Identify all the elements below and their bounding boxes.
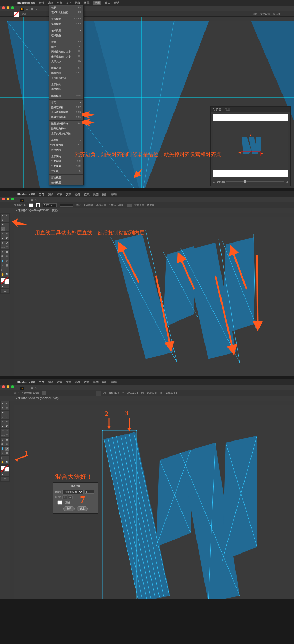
menu-item[interactable]: 放大⌘+ xyxy=(49,40,83,45)
menu-item[interactable]: 显示实时上色间隙 xyxy=(49,131,83,136)
color-swatch-2[interactable] xyxy=(1,278,9,284)
opt2-stroke-style[interactable]: 等比 xyxy=(76,204,81,207)
menu-type[interactable]: 文字 xyxy=(66,1,71,5)
opt2-round[interactable]: 2 点圆角 xyxy=(84,204,93,207)
menu-item[interactable]: 编辑视图... xyxy=(49,180,83,185)
m2-object[interactable]: 对象 xyxy=(57,192,62,196)
opt2-docsetup[interactable]: 文档设置 xyxy=(134,204,144,207)
tool-pencil[interactable]: ✐ xyxy=(5,232,9,236)
m2-view[interactable]: 视图 xyxy=(93,192,99,196)
sync-icon-2[interactable]: ↻ xyxy=(35,199,37,202)
t3-free[interactable]: ⬚ xyxy=(5,433,9,437)
t3-hand[interactable]: ✋ xyxy=(1,460,5,464)
menu-effect[interactable]: 效果 xyxy=(84,1,90,5)
max-dot-2[interactable] xyxy=(11,198,14,200)
t3-eyedrop[interactable]: 💧 xyxy=(1,447,5,451)
tool-shape[interactable]: ◊ xyxy=(1,250,5,254)
opt2-opacity-value[interactable]: 100% xyxy=(109,204,116,206)
opt3-y-val[interactable]: 272.322 c xyxy=(127,392,138,394)
tool-blob[interactable]: ● xyxy=(1,236,5,240)
menu-item[interactable]: 新建视图... xyxy=(49,175,83,180)
menu-item[interactable]: 叠印预览⌥⇧⌘Y xyxy=(49,17,83,22)
menu-item[interactable]: 隐藏边缘⌘H xyxy=(49,66,83,71)
t3-mode-grad[interactable]: ▫ xyxy=(5,472,9,476)
menu-item[interactable]: 智能参考线⌘U xyxy=(49,143,83,148)
mode-color[interactable]: ▪ xyxy=(1,284,5,288)
menu-item[interactable]: 实际大小⌘1 xyxy=(49,59,83,64)
t3-gradient[interactable]: ▯ xyxy=(5,442,9,446)
layout-icon-3[interactable]: ▭ xyxy=(26,387,29,390)
tool-artboard[interactable]: ▢ xyxy=(1,268,5,272)
menu-item[interactable]: 画板适合窗口大小⌘0 xyxy=(49,49,83,54)
t3-zoom[interactable]: 🔍 xyxy=(5,460,9,464)
tool-mesh[interactable]: ▩ xyxy=(1,254,5,259)
opt3-w-val[interactable]: 84.668 px xyxy=(147,392,157,394)
tool-brush[interactable]: ✎ xyxy=(1,232,5,236)
sync-icon-3[interactable]: ↻ xyxy=(35,387,37,390)
opt3-ref[interactable] xyxy=(96,391,101,396)
navigator-preview[interactable] xyxy=(213,114,288,177)
tool-width[interactable]: ⟿ xyxy=(1,245,5,249)
mode-grad[interactable]: ▫ xyxy=(5,284,9,288)
t3-blend[interactable]: ⟳ xyxy=(5,447,9,451)
t3-pencil[interactable]: ✐ xyxy=(5,420,9,424)
canvas-area-3[interactable] xyxy=(10,401,294,599)
t3-eraser[interactable]: ◧ xyxy=(5,424,9,428)
tool-type[interactable]: T xyxy=(5,223,9,227)
sync-icon[interactable]: ↻ xyxy=(35,8,37,10)
t3-symbol[interactable]: ☆ xyxy=(1,451,5,455)
dlg-orient-page[interactable]: ↕ xyxy=(62,495,67,499)
t3-mode-color[interactable]: ▪ xyxy=(1,472,5,476)
dlg-preview-check[interactable] xyxy=(55,500,64,505)
close-dot-2[interactable] xyxy=(2,198,5,200)
t3-width[interactable]: ⟿ xyxy=(1,433,5,437)
t3-mesh[interactable]: ▩ xyxy=(1,442,5,446)
color-swatch-3[interactable] xyxy=(1,466,9,472)
t3-lasso[interactable]: ◌ xyxy=(5,406,9,410)
tool-gradient[interactable]: ▯ xyxy=(5,254,9,259)
m2-window[interactable]: 窗口 xyxy=(102,192,108,196)
menu-item[interactable]: 隐藏文本串接⇧⌘Y xyxy=(49,115,83,120)
screen-mode[interactable]: ▭ xyxy=(1,289,9,293)
tool-select[interactable]: ▸ xyxy=(1,214,5,218)
menu-item[interactable]: 对齐点⌃⌘' xyxy=(49,169,83,174)
menu-item[interactable]: 显示打印拼贴 xyxy=(49,75,83,80)
document-tab-2[interactable]: × 未标题-1* @ 400% (RGB/GPU 预览) xyxy=(14,208,60,213)
m3-type[interactable]: 文字 xyxy=(66,380,71,384)
opt3-x-val[interactable]: 415.413 p xyxy=(109,392,119,394)
t3-scale[interactable]: ⤢ xyxy=(5,429,9,433)
menu-item[interactable]: 像素预览⌥⌘Y xyxy=(49,22,83,26)
nav-zoom-slider[interactable] xyxy=(226,181,284,182)
m2-file[interactable]: 文件 xyxy=(39,192,44,196)
t3-direct[interactable]: ▹ xyxy=(5,401,9,406)
t3-slice[interactable]: ⟋ xyxy=(5,456,9,460)
opt2-fill[interactable] xyxy=(29,203,33,207)
menu-item[interactable]: 隐藏画板⇧⌘H xyxy=(49,71,83,75)
opt-arrange[interactable]: 排列 xyxy=(253,12,257,16)
grid-icon-2[interactable]: ▦ xyxy=(31,199,33,202)
grid-icon[interactable]: ▦ xyxy=(31,8,33,10)
tool-lasso[interactable]: ◌ xyxy=(5,218,9,222)
m2-help[interactable]: 帮助 xyxy=(111,192,117,196)
menu-item[interactable]: 轮廓⌘Y xyxy=(49,5,83,10)
tool-eraser[interactable]: ◧ xyxy=(5,236,9,240)
tool-scale[interactable]: ⤢ xyxy=(5,241,9,245)
menu-item[interactable]: 隐藏边角构件 xyxy=(49,126,83,131)
tool-hand[interactable]: ✋ xyxy=(1,272,5,277)
m2-select[interactable]: 选择 xyxy=(75,192,80,196)
max-dot[interactable] xyxy=(11,6,14,9)
m3-file[interactable]: 文件 xyxy=(39,380,44,384)
menu-select[interactable]: 选择 xyxy=(75,1,80,5)
m3-window[interactable]: 窗口 xyxy=(102,380,108,384)
t3-wand[interactable]: ✦ xyxy=(1,406,5,410)
min-dot-2[interactable] xyxy=(7,198,9,200)
menu-item[interactable]: 隐藏定界框⇧⌘B xyxy=(49,105,83,110)
tool-eyedrop[interactable]: 💧 xyxy=(1,259,5,263)
tool-rect[interactable]: ▭ xyxy=(5,227,9,231)
tool-wand[interactable]: ✦ xyxy=(1,218,5,222)
t3-persp[interactable]: ▦ xyxy=(5,438,9,442)
menu-window[interactable]: 窗口 xyxy=(105,1,110,5)
layout-icon-2[interactable]: ▭ xyxy=(26,199,29,202)
menu-help[interactable]: 帮助 xyxy=(114,1,119,5)
opt2-prefs[interactable]: 首选项 xyxy=(147,204,154,207)
